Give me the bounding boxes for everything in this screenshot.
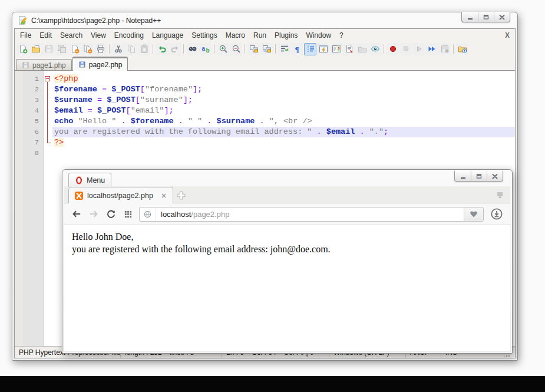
bookmark-margin[interactable] [15, 116, 23, 127]
minimize-button[interactable] [462, 12, 478, 22]
save-recorded-macro-icon [440, 44, 450, 54]
start-recording-button[interactable] [387, 43, 399, 55]
menu-window[interactable]: Window [302, 29, 335, 41]
sync-horizontal-scroll-button[interactable] [260, 43, 273, 55]
bookmark-margin[interactable] [15, 148, 23, 159]
menu-language[interactable]: Language [148, 29, 187, 41]
menu-view[interactable]: View [87, 29, 110, 41]
address-bar[interactable]: localhost/page2.php [139, 207, 484, 222]
show-all-characters-button[interactable]: ¶ [291, 43, 303, 55]
playback-button[interactable] [412, 43, 425, 55]
cut-button[interactable] [112, 43, 124, 55]
zoom-in-button[interactable] [217, 43, 229, 55]
new-file-button[interactable] [16, 43, 29, 55]
opera-maximize-button[interactable] [471, 171, 487, 181]
notepad-titlebar[interactable]: C:\xampp\htdocs\page2.php - Notepad++ [12, 12, 517, 28]
bookmark-margin[interactable] [15, 95, 23, 106]
paste-button[interactable] [138, 43, 150, 55]
download-button[interactable] [489, 207, 504, 222]
document-switcher-button[interactable] [343, 43, 355, 55]
forward-button[interactable] [88, 208, 100, 220]
code-line-1: 1<?php [15, 74, 515, 84]
line-number: 8 [23, 148, 43, 159]
show-indent-guide-icon [306, 44, 315, 54]
code-text: $surname = $_POST["surname"]; [52, 95, 515, 106]
menu-plugins[interactable]: Plugins [270, 29, 302, 41]
opera-tab-localhost[interactable]: localhost/page2.php [68, 187, 173, 203]
print-button[interactable] [94, 43, 107, 55]
paste-icon [140, 44, 149, 54]
opera-minimize-button[interactable] [455, 171, 471, 181]
restore-button[interactable] [478, 12, 494, 22]
save-all-button[interactable] [55, 43, 68, 55]
word-wrap-button[interactable] [278, 43, 290, 55]
bottom-black-strip [0, 376, 545, 392]
bookmark-margin[interactable] [15, 74, 23, 84]
document-map-button[interactable] [330, 43, 342, 55]
show-indent-guide-button[interactable] [304, 43, 316, 55]
undo-button[interactable] [156, 43, 168, 55]
menu-file[interactable]: File [16, 29, 35, 41]
open-containing-folder-button[interactable] [456, 43, 468, 55]
opera-close-button[interactable] [487, 171, 503, 181]
run-macro-multiple-button[interactable] [425, 43, 438, 55]
new-tab-button[interactable] [176, 190, 186, 200]
saved-file-icon [22, 61, 29, 69]
bookmark-margin[interactable] [15, 84, 23, 95]
close-file-button[interactable] [68, 43, 81, 55]
playback-icon [414, 44, 424, 54]
close-button[interactable] [494, 12, 510, 22]
doc-tab-page1-php[interactable]: page1.php [16, 59, 72, 71]
bookmark-margin[interactable] [15, 127, 23, 137]
bookmark-margin[interactable] [15, 106, 23, 116]
site-badge-icon[interactable] [140, 207, 156, 221]
function-list-icon [319, 44, 328, 54]
speed-dial-icon[interactable] [122, 208, 134, 220]
menu-settings[interactable]: Settings [187, 29, 221, 41]
doc-tab-page2-php[interactable]: page2.php [72, 57, 128, 71]
save-icon [44, 44, 54, 54]
close-all-button[interactable] [81, 43, 94, 55]
replace-button[interactable]: ab [199, 43, 212, 55]
fold-margin[interactable] [43, 74, 52, 84]
menu-search[interactable]: Search [56, 29, 87, 41]
find-button[interactable] [186, 43, 199, 55]
save-recorded-macro-button[interactable] [438, 43, 451, 55]
bookmark-heart-button[interactable] [464, 207, 483, 221]
toolbar-separator [453, 44, 454, 54]
fold-collapse-icon[interactable] [45, 76, 50, 81]
copy-button[interactable] [125, 43, 137, 55]
sync-vertical-scroll-button[interactable] [247, 43, 260, 55]
menu-run[interactable]: Run [249, 29, 270, 41]
show-all-characters-icon: ¶ [293, 44, 302, 54]
window-controls [461, 12, 510, 22]
opera-titlebar[interactable]: Menu [64, 172, 510, 186]
menu-encoding[interactable]: Encoding [110, 29, 148, 41]
saved-file-icon [78, 61, 86, 68]
function-list-button[interactable] [317, 43, 329, 55]
stop-recording-button[interactable] [399, 43, 412, 55]
menu-macro[interactable]: Macro [222, 29, 249, 41]
menu-help[interactable]: ? [335, 29, 348, 41]
opera-window-controls [454, 171, 503, 182]
toolbar: ab¶ [15, 41, 515, 57]
bookmark-margin[interactable] [15, 137, 23, 148]
zoom-out-button[interactable] [230, 43, 242, 55]
zoom-in-icon [219, 44, 228, 54]
tab-close-icon[interactable] [160, 192, 167, 199]
menubar-close-button[interactable]: X [505, 31, 515, 39]
project-panel-button[interactable] [356, 43, 368, 55]
menu-edit[interactable]: Edit [35, 29, 56, 41]
open-file-button[interactable] [29, 43, 42, 55]
sync-horizontal-scroll-icon [262, 44, 272, 54]
document-map-icon [332, 44, 341, 54]
open-containing-folder-icon [458, 44, 467, 54]
opera-menu-button[interactable]: Menu [68, 173, 111, 187]
back-button[interactable] [71, 208, 82, 220]
browser-page-content: Hello John Doe,you are registered with t… [64, 225, 510, 351]
redo-button[interactable] [169, 43, 181, 55]
tab-menu-icon[interactable] [495, 191, 505, 200]
reload-button[interactable] [105, 208, 117, 220]
preview-in-browser-button[interactable] [369, 43, 381, 55]
save-button[interactable] [42, 43, 55, 55]
